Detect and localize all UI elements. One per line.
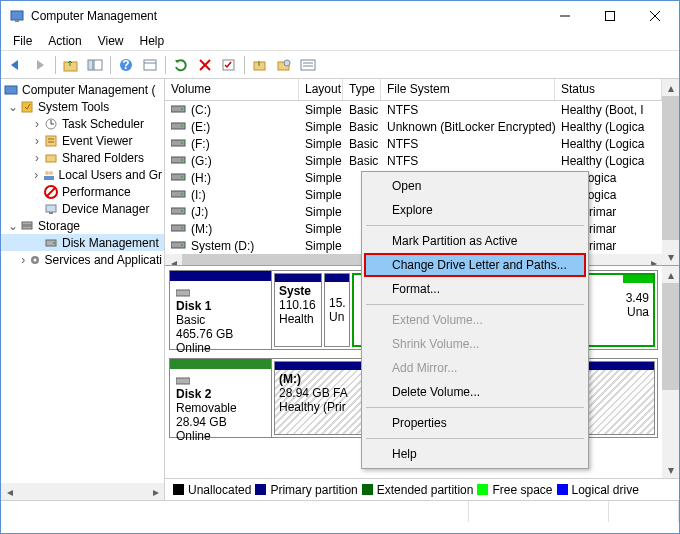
help-icon[interactable]: ?	[115, 54, 137, 76]
maximize-button[interactable]	[587, 2, 632, 30]
ctx-mirror: Add Mirror...	[364, 356, 586, 380]
svg-rect-36	[46, 205, 56, 212]
svg-rect-11	[144, 60, 156, 70]
col-type[interactable]: Type	[343, 79, 381, 100]
svg-point-47	[181, 125, 183, 127]
tree-task[interactable]: ›Task Scheduler	[1, 115, 164, 132]
legend: Unallocated Primary partition Extended p…	[165, 478, 679, 500]
volume-headers: Volume Layout Type File System Status	[165, 79, 662, 101]
checklist-icon[interactable]	[218, 54, 240, 76]
svg-rect-23	[22, 102, 32, 112]
delete-icon[interactable]	[194, 54, 216, 76]
svg-rect-3	[605, 12, 614, 21]
svg-rect-30	[46, 155, 56, 162]
titlebar: Computer Management	[1, 1, 679, 31]
svg-point-45	[181, 108, 183, 110]
refresh-icon[interactable]	[170, 54, 192, 76]
tree-diskmgmt[interactable]: Disk Management	[1, 234, 164, 251]
up-folder-icon[interactable]	[60, 54, 82, 76]
col-layout[interactable]: Layout	[299, 79, 343, 100]
close-button[interactable]	[632, 2, 677, 30]
svg-rect-63	[176, 378, 190, 384]
svg-point-55	[181, 193, 183, 195]
drive-icon	[171, 240, 187, 252]
properties-icon[interactable]	[139, 54, 161, 76]
ctx-shrink: Shrink Volume...	[364, 332, 586, 356]
disk-1-part-1[interactable]: Syste110.16Health	[274, 273, 322, 347]
col-fs[interactable]: File System	[381, 79, 555, 100]
svg-point-31	[45, 171, 49, 175]
menu-action[interactable]: Action	[40, 32, 89, 50]
volume-row[interactable]: (E:)SimpleBasicUnknown (BitLocker Encryp…	[165, 118, 662, 135]
svg-point-61	[181, 244, 183, 246]
ctx-delete[interactable]: Delete Volume...	[364, 380, 586, 404]
col-volume[interactable]: Volume	[165, 79, 299, 100]
svg-point-53	[181, 176, 183, 178]
disk-icon	[176, 376, 190, 386]
col-status[interactable]: Status	[555, 79, 662, 100]
disk-vscrollbar[interactable]: ▴▾	[662, 266, 679, 478]
svg-rect-19	[301, 60, 315, 70]
tree-users[interactable]: ›Local Users and Gr	[1, 166, 164, 183]
menubar: File Action View Help	[1, 31, 679, 51]
action-icon-2[interactable]	[273, 54, 295, 76]
svg-rect-27	[46, 136, 56, 146]
svg-point-41	[53, 242, 55, 244]
ctx-format[interactable]: Format...	[364, 277, 586, 301]
volume-row[interactable]: (F:)SimpleBasicNTFSHealthy (Logica	[165, 135, 662, 152]
tree-storage[interactable]: ⌄Storage	[1, 217, 164, 234]
back-button[interactable]	[5, 54, 27, 76]
tree-devmgr[interactable]: Device Manager	[1, 200, 164, 217]
drive-icon	[171, 189, 187, 201]
svg-rect-0	[11, 11, 23, 20]
disk-icon	[176, 288, 190, 298]
svg-point-43	[33, 258, 36, 261]
settings-list-icon[interactable]	[297, 54, 319, 76]
drive-icon	[171, 223, 187, 235]
tree-services[interactable]: ›Services and Applicati	[1, 251, 164, 268]
tree-shared[interactable]: ›Shared Folders	[1, 149, 164, 166]
tree-perf[interactable]: Performance	[1, 183, 164, 200]
svg-rect-1	[15, 20, 19, 22]
ctx-properties[interactable]: Properties	[364, 411, 586, 435]
volume-vscrollbar[interactable]: ▴▾	[662, 79, 679, 265]
svg-rect-33	[44, 176, 54, 180]
menu-view[interactable]: View	[90, 32, 132, 50]
svg-rect-22	[5, 86, 17, 94]
ctx-explore[interactable]: Explore	[364, 198, 586, 222]
volume-row[interactable]: (G:)SimpleBasicNTFSHealthy (Logica	[165, 152, 662, 169]
svg-point-59	[181, 227, 183, 229]
tree-systools[interactable]: ⌄System Tools	[1, 98, 164, 115]
tree-hscrollbar[interactable]: ◂▸	[1, 483, 164, 500]
svg-text:?: ?	[122, 58, 129, 72]
menu-help[interactable]: Help	[132, 32, 173, 50]
drive-icon	[171, 138, 187, 150]
volume-row[interactable]: (C:)SimpleBasicNTFSHealthy (Boot, I	[165, 101, 662, 118]
svg-rect-37	[49, 212, 53, 214]
action-icon-1[interactable]	[249, 54, 271, 76]
tree-event[interactable]: ›Event Viewer	[1, 132, 164, 149]
ctx-change-letter[interactable]: Change Drive Letter and Paths...	[364, 253, 586, 277]
minimize-button[interactable]	[542, 2, 587, 30]
svg-point-57	[181, 210, 183, 212]
window-title: Computer Management	[31, 9, 542, 23]
disk-2-info: Disk 2 Removable 28.94 GB Online	[170, 359, 272, 437]
menu-file[interactable]: File	[5, 32, 40, 50]
drive-icon	[171, 155, 187, 167]
app-icon	[9, 8, 25, 24]
svg-rect-62	[176, 290, 190, 296]
svg-point-51	[181, 159, 183, 161]
ctx-mark-active[interactable]: Mark Partition as Active	[364, 229, 586, 253]
disk-1-part-2[interactable]: 15.Un	[324, 273, 350, 347]
forward-button[interactable]	[29, 54, 51, 76]
svg-line-35	[47, 188, 55, 196]
svg-rect-7	[88, 60, 93, 70]
ctx-open[interactable]: Open	[364, 174, 586, 198]
drive-icon	[171, 206, 187, 218]
show-hide-tree-icon[interactable]	[84, 54, 106, 76]
toolbar: ?	[1, 51, 679, 79]
ctx-help[interactable]: Help	[364, 442, 586, 466]
tree-root[interactable]: Computer Management (	[1, 81, 164, 98]
svg-rect-8	[94, 60, 102, 70]
context-menu: Open Explore Mark Partition as Active Ch…	[361, 171, 589, 469]
